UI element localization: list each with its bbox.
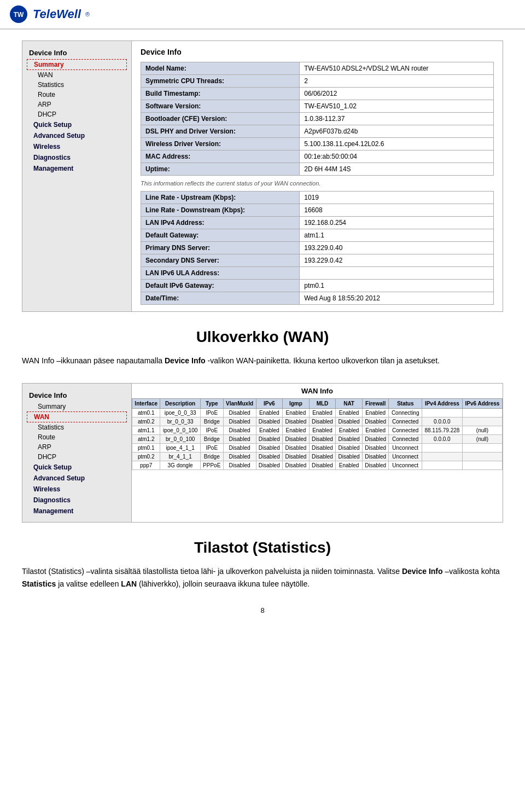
td-ipv6addr — [462, 453, 502, 461]
device-info-table: Model Name:TW-EAV510 ADSL2+/VDSL2 WLAN r… — [141, 62, 494, 176]
sidebar-item-quicksetup-2[interactable]: Quick Setup — [22, 462, 131, 473]
td-ipv6: Disabled — [256, 461, 283, 470]
sidebar-item-route-2[interactable]: Route — [22, 432, 131, 442]
td-description: ipoe_0_0_100 — [160, 426, 200, 435]
value: 16608 — [300, 204, 494, 217]
sidebar-item-route-1[interactable]: Route — [22, 90, 131, 100]
td-status: Connected — [389, 417, 422, 426]
td-nat: Enabled — [336, 426, 363, 435]
table-row: Primary DNS Server:193.229.0.40 — [141, 242, 494, 254]
prose-stats-text4: (lähiverkko), jolloin seuraava ikkuna tu… — [137, 579, 310, 588]
info-note: This information reflects the current st… — [141, 180, 494, 187]
th-status: Status — [389, 399, 422, 409]
td-type: Bridge — [200, 453, 223, 461]
sidebar-item-dhcp-2[interactable]: DHCP — [22, 452, 131, 462]
td-interface: ptm0.1 — [132, 444, 160, 453]
label: LAN IPv6 ULA Address: — [141, 267, 300, 280]
value: 193.229.0.42 — [300, 254, 494, 267]
table-row: ptm0.1 ipoe_4_1_1 IPoE Disabled Disabled… — [132, 444, 503, 453]
td-mld: Disabled — [309, 461, 336, 470]
td-vlanmuxid: Disabled — [223, 444, 256, 453]
sidebar-item-management-1[interactable]: Management — [22, 163, 131, 174]
td-firewall: Disabled — [362, 444, 389, 453]
value: 06/06/2012 — [300, 88, 494, 100]
td-vlanmuxid: Disabled — [223, 426, 256, 435]
sidebar-item-wan-2[interactable]: WAN — [27, 411, 127, 422]
wan-table-title: WAN Info — [132, 384, 503, 398]
table-row: DSL PHY and Driver Version:A2pv6F037b.d2… — [141, 125, 494, 138]
table-row: atm1.1 ipoe_0_0_100 IPoE Disabled Enable… — [132, 426, 503, 435]
sidebar-item-advancedsetup-2[interactable]: Advanced Setup — [22, 473, 131, 484]
td-description: ipoe_0_0_33 — [160, 409, 200, 417]
value: 193.229.0.40 — [300, 242, 494, 254]
td-igmp: Enabled — [283, 409, 310, 417]
td-status: Connected — [389, 435, 422, 444]
table-row: atm0.2 br_0_0_33 Bridge Disabled Disable… — [132, 417, 503, 426]
device-info-table2: Line Rate - Upstream (Kbps):1019 Line Ra… — [141, 191, 494, 305]
table-header-row: Interface Description Type VlanMuxId IPv… — [132, 399, 503, 409]
table-row: LAN IPv4 Address:192.168.0.254 — [141, 217, 494, 229]
td-vlanmuxid: Disabled — [223, 409, 256, 417]
value — [300, 267, 494, 280]
device-info-screenshot: Device Info Summary WAN Statistics Route… — [22, 40, 503, 312]
sidebar-item-statistics-1[interactable]: Statistics — [22, 80, 131, 90]
sidebar-item-management-2[interactable]: Management — [22, 506, 131, 517]
td-ipv6: Disabled — [256, 435, 283, 444]
td-status: Unconnect — [389, 461, 422, 470]
sidebar-item-arp-1[interactable]: ARP — [22, 100, 131, 109]
prose-stats-bold1: Device Info — [402, 567, 443, 576]
table-row: MAC Address:00:1e:ab:50:00:04 — [141, 150, 494, 163]
sidebar-item-advancedsetup-1[interactable]: Advanced Setup — [22, 130, 131, 141]
table-row: ptm0.2 br_4_1_1 Bridge Disabled Disabled… — [132, 453, 503, 461]
td-type: IPoE — [200, 409, 223, 417]
value: 2 — [300, 75, 494, 88]
value: ptm0.1 — [300, 280, 494, 292]
sidebar-item-diagnostics-2[interactable]: Diagnostics — [22, 495, 131, 506]
table-row: Software Version:TW-EAV510_1.02 — [141, 100, 494, 113]
sidebar-item-wireless-2[interactable]: Wireless — [22, 484, 131, 495]
logo-reg: ® — [85, 11, 90, 18]
sidebar-item-summary-1[interactable]: Summary — [27, 59, 127, 70]
td-ipv4 — [422, 461, 462, 470]
label: DSL PHY and Driver Version: — [141, 125, 300, 138]
value: 192.168.0.254 — [300, 217, 494, 229]
th-vlanmuxid: VlanMuxId — [223, 399, 256, 409]
sidebar-item-arp-2[interactable]: ARP — [22, 442, 131, 452]
logo: TW TeleWell ® — [9, 4, 90, 24]
prose-statistics-section: Tilastot (Statistics) Tilastot (Statisti… — [22, 539, 503, 590]
prose-stats-text1: Tilastot (Statistics) –valinta sisältää … — [22, 567, 402, 576]
sidebar-item-quicksetup-1[interactable]: Quick Setup — [22, 119, 131, 130]
td-firewall: Enabled — [362, 426, 389, 435]
td-ipv6: Enabled — [256, 409, 283, 417]
sidebar-item-statistics-2[interactable]: Statistics — [22, 422, 131, 432]
sidebar-item-summary-2[interactable]: Summary — [22, 402, 131, 411]
td-description: ipoe_4_1_1 — [160, 444, 200, 453]
sidebar-item-wan-1[interactable]: WAN — [22, 70, 131, 80]
th-ipv6-address: IPv6 Address — [462, 399, 502, 409]
td-nat: Disabled — [336, 444, 363, 453]
td-nat: Enabled — [336, 409, 363, 417]
table-row: Uptime:2D 6H 44M 14S — [141, 163, 494, 176]
value: 00:1e:ab:50:00:04 — [300, 150, 494, 163]
table-row: LAN IPv6 ULA Address: — [141, 267, 494, 280]
value: 5.100.138.11.cpe4.12L02.6 — [300, 138, 494, 150]
td-status: Unconnect — [389, 453, 422, 461]
sidebar-item-wireless-1[interactable]: Wireless — [22, 141, 131, 152]
td-vlanmuxid: Disabled — [223, 461, 256, 470]
sidebar-item-diagnostics-1[interactable]: Diagnostics — [22, 152, 131, 163]
wan-info-table: Interface Description Type VlanMuxId IPv… — [132, 398, 503, 470]
td-igmp: Disabled — [283, 453, 310, 461]
svg-text:TW: TW — [14, 11, 24, 19]
th-firewall: Firewall — [362, 399, 389, 409]
td-nat: Disabled — [336, 453, 363, 461]
label: Secondary DNS Server: — [141, 254, 300, 267]
label: MAC Address: — [141, 150, 300, 163]
prose-wan-text: WAN Info –ikkunaan päsee napautamalla De… — [22, 355, 503, 367]
th-ipv4-address: IPv4 Address — [422, 399, 462, 409]
sidebar-item-dhcp-1[interactable]: DHCP — [22, 109, 131, 119]
td-igmp: Disabled — [283, 417, 310, 426]
td-interface: atm0.2 — [132, 417, 160, 426]
sidebar-title-2: Device Info — [22, 389, 131, 402]
th-igmp: Igmp — [283, 399, 310, 409]
prose-wan-text1: WAN Info –ikkunaan päsee napautamalla — [22, 356, 165, 365]
